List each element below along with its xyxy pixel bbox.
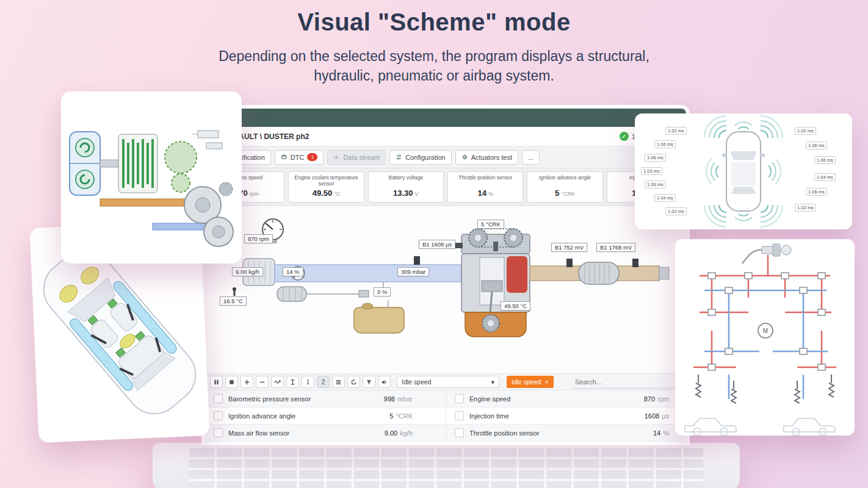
sensor-card-throttle-position[interactable]: Throttle position sensor 14% — [447, 171, 523, 203]
sensor-card-name: Throttle position sensor — [449, 174, 521, 187]
param-value: 998 — [384, 395, 395, 403]
motor-label: M — [763, 328, 768, 334]
param-value: 9.00 — [385, 429, 397, 437]
label-lambda-upstream: B1 752 mV — [551, 243, 587, 252]
sensor-card-unit: °CRK — [561, 191, 575, 197]
row-checkbox[interactable] — [455, 394, 464, 403]
param-unit: % — [663, 429, 669, 437]
param-name: Engine speed — [469, 395, 510, 403]
function-toolbar: Identification DTC 1 Data stream Configu… — [205, 146, 686, 168]
sensor-card-ignition-advance[interactable]: Ignition advance angle 5°CRK — [527, 171, 602, 203]
row-checkbox[interactable] — [455, 411, 464, 420]
tab-data-stream[interactable]: Data stream — [327, 150, 386, 165]
laptop-screen: RENAULT \ DUSTER ph2 ✓ 13. Identificatio… — [201, 105, 690, 445]
param-name: Barometric pressure sensor — [228, 395, 311, 403]
tab-configuration-label: Configuration — [405, 154, 445, 161]
tab-actuators-test[interactable]: Actuators test — [455, 150, 518, 165]
speaker-icon — [381, 379, 388, 386]
filter-button[interactable] — [363, 376, 375, 388]
dtc-icon — [281, 154, 288, 160]
page-1-button[interactable]: 1 — [302, 376, 314, 388]
list-icon — [335, 379, 342, 386]
sensor-card-unit: rpm — [250, 191, 259, 197]
sensor-card-row: Engine speed 870rpm Engine coolant tempe… — [205, 168, 686, 206]
tab-dtc[interactable]: DTC 1 — [275, 150, 324, 165]
page-title: Visual "Scheme" mode — [0, 9, 868, 36]
tab-data-stream-label: Data stream — [343, 154, 380, 161]
label-intake-air-temp: 16.5 °C — [220, 296, 247, 306]
sound-button[interactable] — [378, 376, 391, 388]
parking-sensor-scheme-card: 1.02 ms 1.06 ms 1.06 ms 1.03 ms 1.06 ms … — [635, 113, 852, 229]
tab-dtc-label: DTC — [291, 154, 305, 161]
pause-button[interactable] — [210, 376, 223, 388]
table-cell: Engine speed 870rpm — [446, 390, 686, 407]
search-input[interactable] — [573, 376, 681, 389]
tab-more[interactable]: ... — [522, 150, 540, 165]
label-mass-air-flow: 9.00 kg/h — [232, 267, 263, 276]
sensor-time-label: 1.06 ms — [806, 188, 827, 196]
label-manifold-pressure: 309 mbar — [397, 267, 429, 276]
table-cell: Injection time 1608µs — [446, 407, 686, 424]
tab-more-label: ... — [528, 154, 533, 161]
param-value: 870 — [644, 395, 655, 403]
dtc-count-badge: 1 — [307, 153, 317, 161]
subtitle-line-2: hydraulic, pneumatic or airbag system. — [0, 66, 868, 85]
refresh-button[interactable] — [347, 376, 360, 388]
marker-icon — [289, 379, 296, 386]
sensor-card-battery-voltage[interactable]: Battery voltage 13.30V — [368, 171, 444, 203]
hydraulic-scheme-card: M — [675, 239, 855, 436]
row-checkbox[interactable] — [214, 411, 223, 420]
waveform-button[interactable] — [271, 376, 284, 388]
sensor-card-name: Engine coolant temperature sensor — [290, 174, 362, 187]
plus-icon — [244, 379, 250, 386]
sensor-card-value: 49.50 — [313, 188, 333, 198]
sensor-time-label: 1.02 ms — [665, 127, 687, 135]
group-select[interactable]: Idle speed ▾ — [397, 376, 499, 388]
zoom-in-button[interactable] — [241, 376, 253, 388]
close-icon: × — [544, 378, 548, 386]
page-2-button[interactable]: 2 — [317, 376, 330, 388]
param-unit: °CRK — [396, 412, 413, 420]
sensor-time-label: 1.06 ms — [645, 181, 666, 188]
param-name: Ignition advance angle — [228, 412, 295, 420]
table-cell: Throttle position sensor 14% — [446, 425, 686, 441]
table-cell: Barometric pressure sensor 998mbar — [205, 390, 446, 407]
page: Visual "Scheme" mode Depending on the se… — [0, 0, 868, 488]
marker-button[interactable] — [286, 376, 299, 388]
stop-icon — [228, 379, 235, 386]
actuators-test-icon — [461, 154, 468, 160]
list-view-button[interactable] — [332, 376, 345, 388]
stop-button[interactable] — [225, 376, 238, 388]
sensor-card-value: 13.30 — [393, 188, 413, 198]
zoom-out-button[interactable] — [256, 376, 269, 388]
app-titlebar — [205, 109, 686, 127]
sensor-card-name: Battery voltage — [370, 174, 442, 187]
chevron-down-icon: ▾ — [491, 378, 494, 386]
sensor-time-label: 1.06 ms — [645, 154, 666, 162]
label-coolant-temp: 49.50 °C — [501, 301, 530, 310]
sensor-card-unit: V — [415, 191, 419, 197]
data-stream-icon — [333, 154, 340, 160]
connected-check-icon: ✓ — [620, 132, 629, 141]
row-checkbox[interactable] — [214, 428, 223, 437]
group-select-value: Idle speed — [402, 378, 431, 386]
transmission-scheme-illustration — [61, 92, 242, 264]
table-cell: Ignition advance angle 5°CRK — [205, 407, 446, 424]
sensor-time-label: 1.04 ms — [814, 173, 836, 181]
table-row: Barometric pressure sensor 998mbar Engin… — [205, 390, 686, 407]
player-toolbar: 1 2 Idle speed ▾ Idle speed × — [205, 373, 686, 390]
label-throttle-position: 14 % — [283, 267, 303, 276]
configuration-icon — [396, 154, 402, 160]
hydraulic-scheme-illustration: M — [675, 239, 855, 436]
sensor-time-label: 1.06 ms — [806, 142, 827, 149]
row-checkbox[interactable] — [214, 394, 223, 403]
tab-configuration[interactable]: Configuration — [389, 150, 451, 165]
param-name: Mass air flow sensor — [228, 429, 289, 437]
row-checkbox[interactable] — [455, 428, 464, 437]
pause-icon — [213, 379, 220, 386]
sensor-card-coolant-temp[interactable]: Engine coolant temperature sensor 49.50°… — [288, 171, 364, 203]
filter-tag-idle-speed[interactable]: Idle speed × — [507, 376, 554, 388]
parameter-table: Barometric pressure sensor 998mbar Engin… — [205, 390, 686, 442]
vehicle-header: RENAULT \ DUSTER ph2 ✓ 13. — [205, 127, 686, 146]
laptop-body — [153, 443, 740, 488]
